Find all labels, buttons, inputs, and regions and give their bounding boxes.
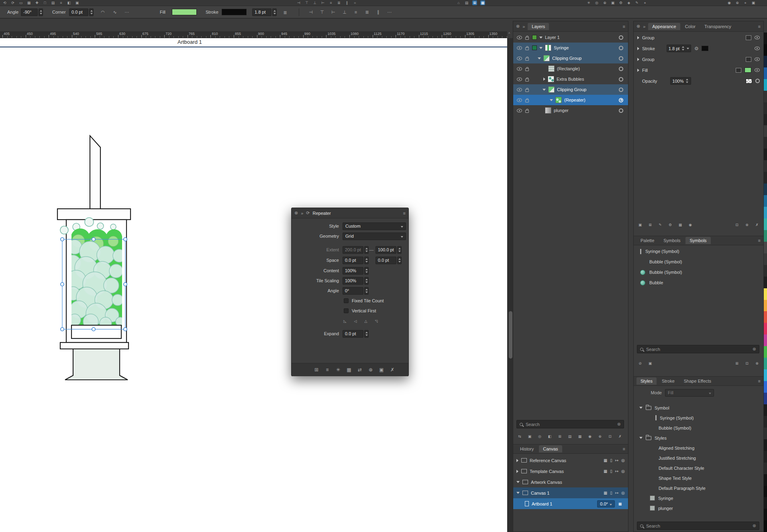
stroke-color-swatch[interactable] [702,46,708,51]
align-left-edge-icon[interactable]: ⊣ [308,9,313,15]
visibility-eye-icon[interactable] [755,57,760,61]
layer-row[interactable]: Extra Bubbles [513,74,628,84]
palette-color[interactable] [764,486,767,497]
palette-color[interactable] [764,253,767,265]
stroke-swatch[interactable] [222,9,247,15]
palette-color[interactable] [764,277,767,288]
expand-stepper[interactable] [364,330,369,338]
palette-color[interactable] [764,67,767,79]
expand-icon[interactable] [637,47,639,50]
disclosure-triangle-icon[interactable] [516,470,518,473]
style-tree-row[interactable]: Symbol [634,403,763,413]
clear-search-icon[interactable]: ⊗ [753,347,756,352]
space-y-stepper[interactable] [397,257,402,264]
palette-color[interactable] [764,33,767,44]
fixed-tile-count-checkbox[interactable] [344,298,349,303]
more-align-icon[interactable]: ⋯ [387,9,392,15]
styles-search[interactable]: Search ⊗ [637,522,759,530]
extent-y-stepper[interactable] [397,246,402,254]
syringe-bottom-flange[interactable] [60,342,129,349]
space-evenly-icon[interactable]: ∥ [376,9,381,15]
symbol-item[interactable]: Bubble (Symbol) [634,257,763,267]
grid-icon[interactable]: ▦ [347,367,351,372]
palette-color[interactable] [764,21,767,33]
tab-transparency[interactable]: Transparency [700,23,735,30]
opacity-stepper[interactable] [685,79,689,83]
close-panel-icon[interactable]: ⊗ [516,24,520,29]
tab-appearance[interactable]: Appearance [648,23,680,30]
syringe-base[interactable] [65,349,128,380]
disclosure-triangle-icon[interactable] [538,57,541,59]
palette-color[interactable] [764,242,767,253]
layer-row[interactable]: Syringe [513,43,628,53]
canvas-row[interactable]: Reference Canvas▦▯↦◎ [513,455,628,466]
disclosure-triangle-icon[interactable] [639,437,643,439]
diamond-icon[interactable]: ◈ [626,0,631,5]
tab-symbols[interactable]: Symbols [685,237,710,244]
palette-color[interactable] [764,439,767,451]
lock-icon[interactable] [525,89,529,92]
crop-icon[interactable]: ⊡ [608,434,612,439]
parallel-icon[interactable]: ∥ [345,0,349,5]
palette-color[interactable] [764,369,767,381]
grid-icon[interactable]: ▦ [27,0,31,5]
export-icon[interactable]: ↦ [615,469,618,473]
rows-icon[interactable]: ▤ [567,434,572,439]
tab-symbols[interactable]: Symbols [659,237,684,244]
vertical-scrollbar[interactable] [507,38,513,532]
filled-square-icon[interactable]: ▣ [75,0,80,5]
target-circle-icon[interactable] [619,108,623,113]
pen-icon[interactable]: ✎ [634,0,639,5]
visibility-eye-icon[interactable] [755,68,760,72]
camera-icon[interactable]: ◎ [621,458,625,463]
mode-dropdown[interactable]: Fill [665,389,714,397]
disclosure-triangle-icon[interactable] [543,77,545,81]
square-icon[interactable]: □ [43,0,47,5]
repeater-angle-input[interactable]: 0° [343,287,363,295]
page-icon[interactable]: ▯ [610,458,612,463]
syringe-plunger-seal[interactable] [71,325,121,338]
palette-color[interactable] [764,416,767,428]
opacity-input[interactable]: 100% [670,77,691,85]
palette-color[interactable] [764,463,767,474]
scatter-icon[interactable]: ✳ [336,367,341,372]
target-circle-icon[interactable] [619,98,623,102]
palette-color[interactable] [764,520,767,532]
grid-icon[interactable]: ▦ [604,469,607,473]
shuffle-icon[interactable]: ⇄ [357,367,362,372]
layer-color-tag[interactable] [532,45,537,50]
lock-icon[interactable] [525,68,529,71]
palette-color[interactable] [764,125,767,137]
style-tree-row[interactable]: Justified Stretching [634,453,763,463]
expand-icon[interactable] [637,58,639,61]
align-top-icon[interactable]: ⊤ [304,0,309,5]
align-right-edge-icon[interactable]: ⊢ [331,9,336,15]
style-tree-row[interactable]: Syringe (Symbol) [634,413,763,423]
palette-color[interactable] [764,114,767,126]
palette-color[interactable] [764,334,767,346]
distribute-h-icon[interactable]: ≡ [328,0,333,5]
tile-scaling-input[interactable]: 100% [343,277,363,285]
lock-icon[interactable] [525,100,529,102]
palette-color[interactable] [764,311,767,323]
style-tree-row[interactable]: Default Character Style [634,463,763,473]
stroke-width-combo[interactable]: 1.8 pt [667,45,692,52]
collapse-panel-icon[interactable]: » [301,211,303,216]
tab-color[interactable]: Color [681,23,700,30]
style-tree-row[interactable]: Syringe [634,493,763,503]
home-icon[interactable]: ⌂ [456,0,461,5]
remove-symbol-icon[interactable]: ⊗ [755,361,759,366]
visibility-eye-icon[interactable] [517,88,522,92]
bubble-repeater[interactable] [65,228,126,329]
export-icon[interactable]: ↦ [615,458,618,463]
style-tree-row[interactable]: Default Paragraph Style [634,483,763,493]
palette-color[interactable] [764,497,767,509]
tab-stroke[interactable]: Stroke [658,377,679,385]
library-icon[interactable]: ▣ [648,361,653,366]
style-tree-row[interactable]: Bubble (Symbol) [634,423,763,433]
appearance-row-group[interactable]: Group [634,54,763,65]
style-dropdown[interactable]: Custom [343,222,406,230]
duplicate-icon[interactable]: ⊡ [734,222,739,227]
layer-row[interactable]: (Rectangle) [513,63,628,74]
disclosure-triangle-icon[interactable] [543,89,546,91]
